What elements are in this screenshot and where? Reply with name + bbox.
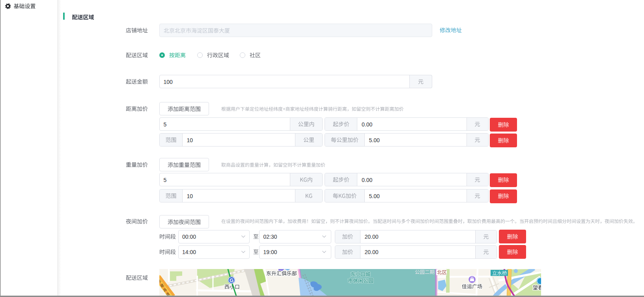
- svg-text:G: G: [230, 277, 233, 283]
